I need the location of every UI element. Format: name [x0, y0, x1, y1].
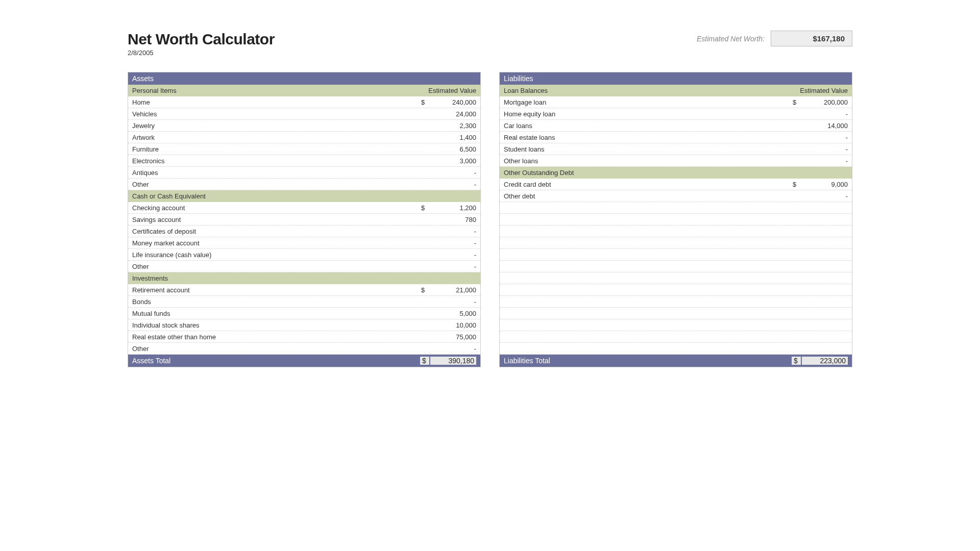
row-label: Checking account — [132, 204, 421, 212]
row-label: Other loans — [504, 157, 793, 165]
row-value: - — [430, 181, 476, 188]
row-label: Certificates of deposit — [132, 228, 421, 235]
liabilities-group-header: Other Outstanding Debt — [500, 167, 852, 179]
currency-symbol: $ — [420, 357, 429, 365]
empty-row — [500, 308, 852, 319]
empty-row — [500, 249, 852, 261]
liabilities-row: Student loans- — [500, 143, 852, 155]
currency-symbol: $ — [793, 98, 802, 106]
row-value: 24,000 — [430, 110, 476, 118]
assets-row: Bonds- — [128, 296, 480, 308]
document-date: 2/8/2005 — [128, 49, 275, 57]
row-value: 2,300 — [430, 122, 476, 130]
liabilities-row: Other loans- — [500, 155, 852, 167]
assets-row: Certificates of deposit- — [128, 226, 480, 237]
row-label: Retirement account — [132, 286, 421, 294]
row-value: - — [430, 239, 476, 247]
liabilities-row: Other debt- — [500, 190, 852, 202]
row-label: Individual stock shares — [132, 321, 421, 329]
empty-row — [500, 284, 852, 296]
row-label: Mutual funds — [132, 310, 421, 317]
currency-symbol: $ — [792, 357, 801, 365]
row-label: Student loans — [504, 145, 793, 153]
row-label: Bonds — [132, 298, 421, 306]
currency-symbol: $ — [793, 181, 802, 188]
row-label: Mortgage loan — [504, 98, 793, 106]
row-label: Savings account — [132, 216, 421, 223]
assets-row: Checking account$1,200 — [128, 202, 480, 214]
networth-summary: Estimated Net Worth: $167,180 — [697, 31, 852, 46]
networth-label: Estimated Net Worth: — [697, 35, 765, 43]
row-value: 1,400 — [430, 134, 476, 141]
row-value: 6,500 — [430, 145, 476, 153]
row-value: 200,000 — [802, 98, 848, 106]
total-value: 223,000 — [802, 357, 848, 365]
row-label: Real estate loans — [504, 134, 793, 141]
empty-row — [500, 226, 852, 237]
row-value: - — [802, 192, 848, 200]
assets-row: Antiques- — [128, 167, 480, 179]
assets-row: Vehicles24,000 — [128, 108, 480, 120]
assets-row: Jewelry2,300 — [128, 120, 480, 132]
row-label: Jewelry — [132, 122, 421, 130]
assets-group-header: Cash or Cash Equivalent — [128, 190, 480, 202]
empty-row — [500, 272, 852, 284]
row-value: 780 — [430, 216, 476, 223]
assets-row: Savings account780 — [128, 214, 480, 226]
row-label: Other debt — [504, 192, 793, 200]
row-label: Other — [132, 345, 421, 353]
liabilities-row: Credit card debt$9,000 — [500, 179, 852, 190]
liabilities-group-header: Loan BalancesEstimated Value — [500, 85, 852, 96]
assets-column: AssetsPersonal ItemsEstimated ValueHome$… — [128, 72, 481, 367]
currency-symbol: $ — [421, 98, 430, 106]
row-value: 21,000 — [430, 286, 476, 294]
empty-row — [500, 202, 852, 214]
row-label: Other — [132, 181, 421, 188]
row-label: Home — [132, 98, 421, 106]
assets-row: Money market account- — [128, 237, 480, 249]
row-label: Other — [132, 263, 421, 270]
header: Net Worth Calculator 2/8/2005 Estimated … — [128, 31, 852, 57]
row-value: 10,000 — [430, 321, 476, 329]
row-value: 1,200 — [430, 204, 476, 212]
row-label: Vehicles — [132, 110, 421, 118]
assets-row: Retirement account$21,000 — [128, 284, 480, 296]
row-label: Credit card debt — [504, 181, 793, 188]
row-label: Money market account — [132, 239, 421, 247]
total-label: Liabilities Total — [504, 357, 792, 365]
liabilities-column: LiabilitiesLoan BalancesEstimated ValueM… — [499, 72, 852, 367]
assets-row: Other- — [128, 261, 480, 272]
title-block: Net Worth Calculator 2/8/2005 — [128, 31, 275, 57]
row-value: - — [802, 157, 848, 165]
liabilities-row: Home equity loan- — [500, 108, 852, 120]
columns: AssetsPersonal ItemsEstimated ValueHome$… — [128, 72, 852, 367]
liabilities-row: Car loans14,000 — [500, 120, 852, 132]
row-label: Artwork — [132, 134, 421, 141]
row-value: 240,000 — [430, 98, 476, 106]
liabilities-row: Mortgage loan$200,000 — [500, 96, 852, 108]
group-value-label: Estimated Value — [800, 87, 848, 94]
row-value: - — [430, 228, 476, 235]
row-value: 5,000 — [430, 310, 476, 317]
assets-row: Electronics3,000 — [128, 155, 480, 167]
page-title: Net Worth Calculator — [128, 31, 275, 48]
row-value: - — [430, 345, 476, 353]
row-value: 14,000 — [802, 122, 848, 130]
empty-row — [500, 343, 852, 355]
row-label: Real estate other than home — [132, 333, 421, 341]
row-value: 3,000 — [430, 157, 476, 165]
currency-symbol: $ — [421, 204, 430, 212]
empty-row — [500, 214, 852, 226]
assets-row: Real estate other than home75,000 — [128, 331, 480, 343]
group-title: Investments — [132, 274, 168, 282]
assets-row: Other- — [128, 343, 480, 355]
row-value: 75,000 — [430, 333, 476, 341]
liabilities-header: Liabilities — [500, 72, 852, 85]
group-title: Loan Balances — [504, 87, 548, 94]
row-label: Antiques — [132, 169, 421, 177]
row-value: - — [802, 145, 848, 153]
empty-row — [500, 261, 852, 272]
row-value: 9,000 — [802, 181, 848, 188]
assets-row: Life insurance (cash value)- — [128, 249, 480, 261]
assets-row: Individual stock shares10,000 — [128, 319, 480, 331]
